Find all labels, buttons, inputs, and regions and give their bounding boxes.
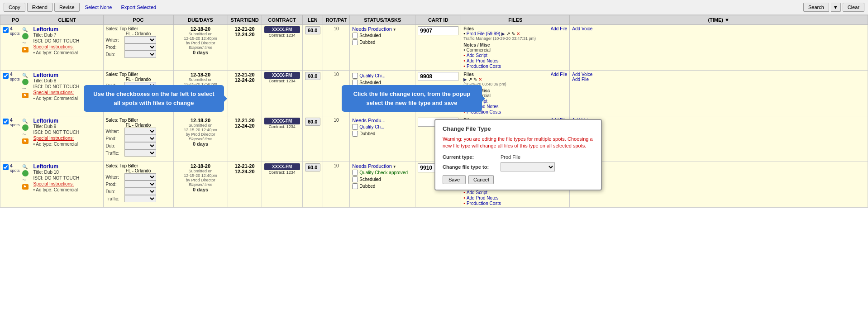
dubbed-checkbox-4: Dubbed xyxy=(352,183,413,189)
start-date-1: 12-21-20 xyxy=(230,26,259,32)
poc-prod-select-3[interactable] xyxy=(124,135,156,142)
special-instructions-1[interactable]: Special Instructions: xyxy=(33,44,101,49)
add-voice-link-3[interactable]: Add Voice xyxy=(572,118,865,123)
file-play-icon-1[interactable]: ▶ xyxy=(501,31,505,36)
poc-traffic-row-4: Traffic: xyxy=(106,195,171,202)
add-prod-notes-link-4[interactable]: Add Prod Notes xyxy=(467,195,499,200)
poc-sales-2: Sales: Top Biller xyxy=(106,72,171,77)
search-icon-2[interactable]: 🔍 xyxy=(22,73,29,78)
special-instructions-3[interactable]: Special Instructions: xyxy=(33,136,101,141)
col-header-contract: CONTRACT xyxy=(262,15,302,25)
poc-dub-row-4: Dub: xyxy=(106,188,171,195)
file-arrow-icon-2[interactable]: ↗ xyxy=(468,77,472,82)
file-edit-icon-2[interactable]: ✎ xyxy=(473,77,477,82)
popup-current-type-label: Current type: xyxy=(443,154,497,160)
row-checkbox-3[interactable] xyxy=(3,119,9,124)
poc-writer-select-4[interactable] xyxy=(124,173,156,181)
ad-type-1: • Ad type: Commercial xyxy=(33,50,101,55)
add-prod-notes-link-1[interactable]: Add Prod Notes xyxy=(467,58,499,63)
popup-cancel-button[interactable]: Cancel xyxy=(468,175,494,184)
ad-type-3: • Ad type: Commercial xyxy=(33,142,101,147)
file-play-icon-2[interactable]: ▶ xyxy=(463,77,467,82)
client-name-4[interactable]: Leftorium xyxy=(33,163,101,170)
table-wrapper: Use the checkboxes on the far left to se… xyxy=(0,15,868,208)
status-link-4[interactable]: Needs Production xyxy=(352,163,391,169)
submitted-date-4: 12-15-20 12:40pm xyxy=(176,173,225,178)
status-link-1[interactable]: Needs Production xyxy=(352,26,391,32)
add-file-link-1[interactable]: Add File xyxy=(551,26,568,31)
file-delete-icon-1[interactable]: ✕ xyxy=(516,31,520,36)
row-checkbox-2[interactable] xyxy=(3,73,9,79)
add-script-link-1[interactable]: Add Script xyxy=(467,53,487,58)
client-name-1[interactable]: Leftorium xyxy=(33,26,101,33)
add-file-link-2b[interactable]: Add File xyxy=(572,77,865,82)
poc-dub-select-4[interactable] xyxy=(124,188,156,195)
add-voice-link-2[interactable]: Add Voice xyxy=(572,72,865,77)
row-checkbox-1[interactable] xyxy=(3,27,9,33)
poc-traffic-select-3[interactable] xyxy=(124,149,156,157)
quality-check-3: Quality Ch... xyxy=(352,124,413,130)
special-instructions-4[interactable]: Special Instructions: xyxy=(33,181,101,186)
wave-icon-1: 〜 xyxy=(22,40,29,46)
popup-save-button[interactable]: Save xyxy=(443,175,466,184)
add-voice-link-4[interactable]: Add Voice xyxy=(572,163,865,168)
poc-dub-select-3[interactable] xyxy=(124,142,156,149)
search-dropdown-arrow[interactable]: ▼ xyxy=(831,3,841,12)
dubbed-check-3[interactable] xyxy=(352,131,358,137)
dubbed-check-1[interactable] xyxy=(352,39,358,45)
poc-cell-1: Sales: Top Biller FL - Orlando Writer: P… xyxy=(103,25,173,71)
revise-button[interactable]: Revise xyxy=(54,3,80,12)
client-name-3[interactable]: Leftorium xyxy=(33,118,101,124)
scheduled-check-1[interactable] xyxy=(352,33,358,38)
client-title-3: Title: Dub 9 xyxy=(33,124,101,129)
poc-traffic-select-4[interactable] xyxy=(124,195,156,202)
status-link-3[interactable]: Needs Produ... xyxy=(352,118,385,123)
len-value-4: 60.0 xyxy=(305,163,320,171)
clear-button[interactable]: Clear xyxy=(843,3,864,12)
search-icon-1[interactable]: 🔍 xyxy=(22,27,29,32)
add-file-link-3b[interactable]: Add File xyxy=(572,123,865,128)
file-edit-icon-1[interactable]: ✎ xyxy=(511,31,515,36)
quality-check-input-3[interactable] xyxy=(352,124,358,130)
prod-costs-link-1[interactable]: Production Costs xyxy=(467,64,501,69)
add-script-link-4[interactable]: Add Script xyxy=(467,190,487,195)
poc-prod-select-4[interactable] xyxy=(124,181,156,188)
poc-dub-select-1[interactable] xyxy=(124,51,156,58)
dubbed-check-4[interactable] xyxy=(352,183,358,189)
ad-type-4: • Ad type: Commercial xyxy=(33,187,101,192)
poc-writer-select-1[interactable] xyxy=(124,36,156,43)
file-delete-icon-2[interactable]: ✕ xyxy=(478,77,482,82)
client-isci-4: ISCI: DO NOT TOUCH xyxy=(33,176,101,181)
status-dropdown-1[interactable]: ▼ xyxy=(393,28,396,32)
cart-id-input-1[interactable] xyxy=(418,26,458,35)
cart-id-input-2[interactable] xyxy=(418,72,458,81)
add-voice-link-1[interactable]: Add Voice xyxy=(572,26,865,31)
search-icon-4[interactable]: 🔍 xyxy=(22,164,29,169)
quality-check-input-4[interactable] xyxy=(352,170,358,176)
prod-costs-link-4[interactable]: Production Costs xyxy=(467,201,501,206)
extend-button[interactable]: Extend xyxy=(27,3,52,12)
row-checkbox-4[interactable] xyxy=(3,164,9,170)
orange-badge-2: ⚑ xyxy=(22,93,29,98)
file-name-1[interactable]: Prod File (59.99) xyxy=(467,31,500,36)
search-icon-3[interactable]: 🔍 xyxy=(22,119,29,124)
end-date-3: 12-24-20 xyxy=(230,123,259,128)
popup-file-type-select[interactable]: Prod File Script Voice xyxy=(501,162,555,171)
poc-writer-select-3[interactable] xyxy=(124,128,156,135)
scheduled-check-4[interactable] xyxy=(352,176,358,182)
status-dropdown-4[interactable]: ▼ xyxy=(393,165,396,169)
col-header-time[interactable]: (TIME) ▼ xyxy=(570,15,868,25)
file-arrow-icon-1[interactable]: ↗ xyxy=(506,31,510,36)
add-file-link-2[interactable]: Add File xyxy=(551,72,568,77)
search-button[interactable]: Search xyxy=(803,3,829,12)
contract-cell-1: XXXX-FM Contract: 1234 xyxy=(262,25,302,71)
poc-prod-select-1[interactable] xyxy=(124,43,156,51)
poc-dub-row-1: Dub: xyxy=(106,51,171,58)
select-none-link[interactable]: Select None xyxy=(85,5,112,10)
copy-button[interactable]: Copy xyxy=(4,3,25,12)
client-name-2[interactable]: Leftorium xyxy=(33,72,101,78)
rot-cell-3: 10 xyxy=(323,116,350,162)
status-dot-green-2 xyxy=(22,79,29,85)
quality-check-input-2[interactable] xyxy=(352,73,358,79)
export-selected-link[interactable]: Export Selected xyxy=(121,5,157,10)
